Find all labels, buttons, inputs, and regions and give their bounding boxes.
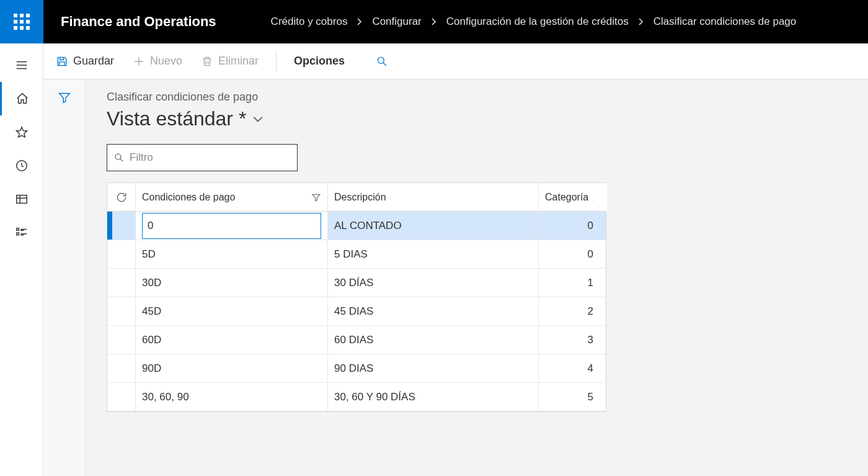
- column-header-label: Condiciones de pago: [142, 192, 235, 203]
- cell-terms[interactable]: 60D: [136, 326, 328, 354]
- column-header-category[interactable]: Categoría: [539, 183, 607, 211]
- svg-rect-1: [16, 195, 27, 204]
- cell-terms[interactable]: 5D: [136, 240, 328, 268]
- cell-category[interactable]: 5: [539, 383, 607, 411]
- column-header-terms[interactable]: Condiciones de pago: [136, 183, 328, 211]
- search-icon: [113, 152, 125, 163]
- save-button[interactable]: Guardar: [52, 52, 118, 70]
- search-button[interactable]: [372, 53, 392, 70]
- cell-description[interactable]: 90 DIAS: [328, 354, 539, 382]
- quick-filter-input[interactable]: [130, 151, 291, 164]
- nav-favorites-button[interactable]: [0, 115, 43, 149]
- row-handle[interactable]: [107, 297, 136, 325]
- cell-description[interactable]: AL CONTADO: [328, 212, 539, 240]
- page-subtitle: Clasificar condiciones de pago: [107, 91, 856, 104]
- cell-category[interactable]: 3: [539, 326, 607, 354]
- cell-category[interactable]: 0: [539, 212, 607, 240]
- row-spacer: [112, 212, 136, 240]
- cell-description[interactable]: 30, 60 Y 90 DÍAS: [328, 383, 539, 411]
- delete-button[interactable]: Eliminar: [197, 52, 262, 70]
- nav-hamburger-button[interactable]: [0, 48, 43, 82]
- table-row[interactable]: 45D45 DIAS2: [107, 297, 606, 326]
- row-handle[interactable]: [107, 354, 136, 382]
- view-name[interactable]: Vista estándar *: [107, 107, 246, 130]
- main-region: Guardar Nuevo Eliminar Opciones: [43, 43, 868, 476]
- save-label: Guardar: [73, 55, 114, 68]
- new-label: Nuevo: [150, 55, 182, 68]
- chevron-right-icon: [637, 18, 645, 25]
- cell-terms-input[interactable]: 0: [142, 213, 321, 239]
- sort-asc-icon: [592, 193, 593, 202]
- table-row[interactable]: 90D90 DIAS4: [107, 354, 606, 383]
- nav-modules-button[interactable]: [0, 216, 43, 249]
- breadcrumb-item[interactable]: Crédito y cobros: [271, 16, 348, 28]
- grid-refresh-button[interactable]: [107, 183, 136, 211]
- breadcrumb-item[interactable]: Configuración de la gestión de créditos: [446, 16, 629, 28]
- global-header: Finance and Operations Crédito y cobros …: [0, 0, 868, 43]
- filter-pane-toggle[interactable]: [43, 79, 86, 476]
- cell-terms[interactable]: 45D: [136, 297, 328, 325]
- chevron-down-icon[interactable]: [252, 114, 264, 125]
- options-label: Opciones: [294, 55, 345, 68]
- app-launcher-button[interactable]: [0, 0, 43, 43]
- row-handle[interactable]: [107, 326, 136, 354]
- waffle-icon: [14, 14, 30, 30]
- table-row[interactable]: 30D30 DÍAS1: [107, 269, 606, 297]
- page-content: Clasificar condiciones de pago Vista est…: [86, 79, 868, 476]
- cell-terms[interactable]: 90D: [136, 354, 328, 382]
- cell-description[interactable]: 5 DIAS: [328, 240, 539, 268]
- svg-rect-2: [16, 228, 19, 231]
- breadcrumb-item[interactable]: Configurar: [372, 16, 421, 28]
- table-row[interactable]: 5D5 DIAS0: [107, 240, 606, 269]
- funnel-icon[interactable]: [311, 192, 321, 202]
- nav-recent-button[interactable]: [0, 149, 43, 182]
- cell-category[interactable]: 2: [539, 297, 607, 325]
- table-row[interactable]: 60D60 DIAS3: [107, 326, 606, 354]
- table-row[interactable]: 30, 60, 9030, 60 Y 90 DÍAS5: [107, 383, 606, 411]
- cell-terms[interactable]: 0: [136, 212, 328, 240]
- svg-point-5: [115, 154, 121, 159]
- svg-rect-3: [16, 233, 19, 235]
- table-row[interactable]: 0AL CONTADO0: [107, 212, 606, 240]
- nav-sidebar: [0, 43, 43, 476]
- data-grid: Condiciones de pago Descripción Categorí…: [107, 182, 606, 412]
- column-header-description[interactable]: Descripción: [328, 183, 539, 211]
- action-bar: Guardar Nuevo Eliminar Opciones: [43, 43, 868, 79]
- row-handle[interactable]: [107, 240, 136, 268]
- action-divider: [276, 51, 277, 72]
- cell-description[interactable]: 60 DIAS: [328, 326, 539, 354]
- row-selection-indicator: [107, 212, 112, 240]
- new-button[interactable]: Nuevo: [129, 52, 186, 70]
- nav-home-button[interactable]: [0, 82, 43, 115]
- cell-terms[interactable]: 30D: [136, 269, 328, 297]
- grid-header: Condiciones de pago Descripción Categorí…: [107, 183, 606, 212]
- options-button[interactable]: Opciones: [290, 52, 348, 70]
- column-header-label: Descripción: [334, 192, 386, 203]
- svg-point-4: [378, 57, 384, 63]
- cell-description[interactable]: 30 DÍAS: [328, 269, 539, 297]
- cell-category[interactable]: 0: [539, 240, 607, 268]
- cell-description[interactable]: 45 DIAS: [328, 297, 539, 325]
- app-title: Finance and Operations: [43, 0, 234, 43]
- cell-category[interactable]: 1: [539, 269, 607, 297]
- row-handle[interactable]: [107, 269, 136, 297]
- nav-workspaces-button[interactable]: [0, 182, 43, 216]
- breadcrumb: Crédito y cobros Configurar Configuració…: [234, 0, 797, 43]
- cell-category[interactable]: 4: [539, 354, 607, 382]
- chevron-right-icon: [356, 18, 363, 25]
- row-handle[interactable]: [107, 383, 136, 411]
- chevron-right-icon: [430, 18, 438, 25]
- cell-terms[interactable]: 30, 60, 90: [136, 383, 328, 411]
- quick-filter[interactable]: [107, 144, 298, 171]
- column-header-label: Categoría: [545, 192, 588, 203]
- breadcrumb-item[interactable]: Clasificar condiciones de pago: [653, 16, 797, 28]
- delete-label: Eliminar: [218, 55, 259, 68]
